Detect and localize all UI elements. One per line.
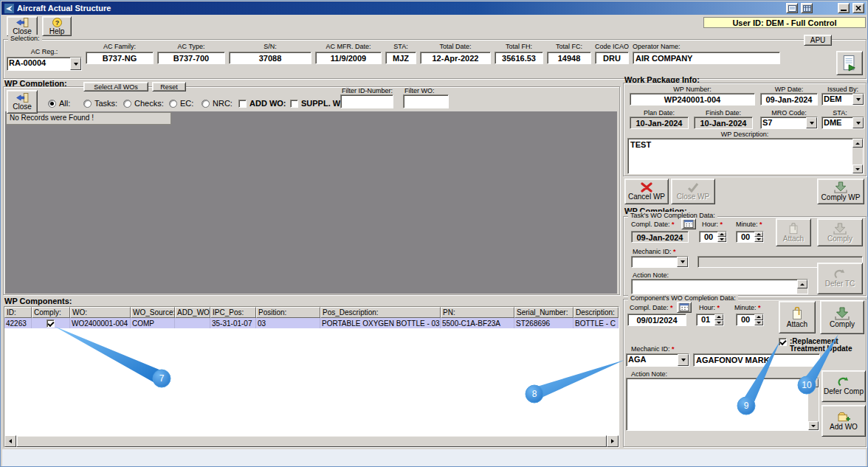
scroll-up-button[interactable] <box>797 280 807 288</box>
close-button[interactable]: Close <box>7 16 38 36</box>
suppl-wo-checkbox-icon[interactable] <box>290 100 298 108</box>
add-wo-button[interactable]: Add WO <box>822 405 866 437</box>
col-header-add-wo[interactable]: ADD_WO: <box>175 307 210 318</box>
comp-mechanic-combo[interactable]: AGA <box>626 353 689 367</box>
col-header-wo-source[interactable]: WO_Source: <box>131 307 175 318</box>
minimize-button[interactable] <box>838 3 850 13</box>
minute-spin-up[interactable] <box>754 314 763 320</box>
radio-checks-icon[interactable] <box>123 100 131 108</box>
cancel-wp-button[interactable]: Cancel WP <box>624 179 669 204</box>
minute-spin-down[interactable] <box>754 237 763 242</box>
scroll-up-button[interactable] <box>808 378 819 387</box>
task-comply-button[interactable]: Comply <box>817 218 863 246</box>
scroll-left-button[interactable] <box>4 435 16 447</box>
radio-checks[interactable]: Checks: <box>123 99 164 108</box>
comp-calendar-button[interactable] <box>677 302 692 313</box>
radio-all[interactable]: All: <box>48 99 70 108</box>
hour-spin-down[interactable] <box>714 320 723 326</box>
horizontal-scrollbar[interactable] <box>4 435 619 447</box>
wp-close-button[interactable]: Close <box>7 90 38 114</box>
hour-text: Hour: <box>699 304 715 311</box>
col-header-pos-description[interactable]: Pos_Description: <box>320 307 441 318</box>
help-button[interactable]: ? Help <box>42 16 72 36</box>
task-attach-button[interactable]: Attach <box>776 218 811 246</box>
select-all-wos-button[interactable]: Select All WOs <box>83 82 148 91</box>
add-wo-checkbox[interactable]: ADD WO: <box>238 99 286 108</box>
comp-attach-button[interactable]: Attach <box>779 301 816 333</box>
col-header-description[interactable]: Description: <box>574 307 619 318</box>
radio-nrc-icon[interactable] <box>202 100 210 108</box>
task-action-note-textarea[interactable] <box>631 279 808 294</box>
scrollbar-thumb[interactable] <box>16 435 607 447</box>
col-header-position[interactable]: Position: <box>256 307 320 318</box>
hour-spin-up[interactable] <box>714 314 723 320</box>
titlebar-tool-button-1[interactable] <box>786 3 798 13</box>
comply-checkbox[interactable] <box>46 319 55 328</box>
issued-by-dropdown-button[interactable] <box>852 94 864 105</box>
radio-ec[interactable]: EC: <box>169 99 193 108</box>
replacement-checkbox[interactable]: :Replacement Treatment Update <box>779 338 867 353</box>
filter-id-input[interactable] <box>340 94 393 108</box>
filter-wo-input[interactable] <box>403 94 449 108</box>
col-header-comply[interactable]: Comply: <box>32 307 70 318</box>
col-header-serial-number[interactable]: Serial_Number: <box>514 307 574 318</box>
comply-arrow-icon <box>833 181 848 193</box>
hour-spin-down[interactable] <box>717 237 726 242</box>
scroll-down-button[interactable] <box>852 165 863 173</box>
comp-note-scrollbar[interactable] <box>808 378 819 430</box>
mro-code-combo[interactable]: S7 <box>760 117 818 129</box>
comp-minute-spinner[interactable]: 00 <box>736 314 764 326</box>
titlebar-tool-button-2[interactable] <box>801 3 813 13</box>
col-header-id[interactable]: ID: <box>4 307 32 318</box>
red-x-ic on <box>640 182 653 193</box>
apu-button[interactable]: APU <box>804 35 832 46</box>
task-minute-spinner[interactable]: 00 <box>736 231 764 243</box>
comp-compl-date-value[interactable]: 09/01/2024 <box>627 314 686 326</box>
task-mechanic-dropdown-button[interactable] <box>677 257 688 267</box>
scroll-down-button[interactable] <box>808 421 819 430</box>
task-mechanic-combo[interactable] <box>631 256 689 268</box>
col-header-ipc-pos[interactable]: IPC_Pos: <box>210 307 256 318</box>
wp-description-scrollbar[interactable] <box>852 139 863 173</box>
triangle-left-icon <box>9 439 12 443</box>
col-header-pn[interactable]: PN: <box>441 307 514 318</box>
report-button[interactable] <box>836 51 863 75</box>
task-note-scrollbar[interactable] <box>797 280 807 294</box>
comply-wp-button[interactable]: Comply WP <box>817 179 864 204</box>
radio-ec-icon[interactable] <box>169 100 177 108</box>
issued-by-combo[interactable]: DEM <box>822 93 864 105</box>
col-header-wo[interactable]: WO: <box>70 307 131 318</box>
chevron-down-icon <box>856 122 861 125</box>
comp-action-note-textarea[interactable] <box>626 378 819 431</box>
defer-comp-button[interactable]: Defer Comp <box>822 370 866 402</box>
close-wp-button[interactable]: Close WP <box>671 179 715 204</box>
ac-reg-dropdown-button[interactable] <box>70 58 81 70</box>
replacement-checkbox-icon[interactable] <box>779 338 787 346</box>
wp-sta-combo[interactable]: DME <box>822 117 864 129</box>
scroll-right-button[interactable] <box>607 435 619 447</box>
close-window-button[interactable] <box>852 3 864 13</box>
scroll-up-button[interactable] <box>852 139 863 148</box>
minute-spin-down[interactable] <box>754 320 763 326</box>
radio-tasks-icon[interactable] <box>83 100 92 108</box>
mro-code-dropdown-button[interactable] <box>806 117 817 128</box>
radio-all-icon[interactable] <box>48 100 56 108</box>
wp-sta-dropdown-button[interactable] <box>852 117 864 128</box>
comp-comply-button[interactable]: Comply <box>820 300 864 334</box>
wp-description-textarea[interactable]: TEST <box>627 138 864 174</box>
defer-tc-button[interactable]: Defer TC <box>817 263 863 294</box>
table-row[interactable]: 42263 WO2400001-004 COMP 35-31-01-07 03 … <box>4 318 619 328</box>
radio-nrc[interactable]: NRC: <box>202 99 232 108</box>
radio-tasks[interactable]: Tasks: <box>83 99 117 108</box>
ac-reg-combo[interactable]: RA-00004 <box>7 57 82 71</box>
title-bar[interactable]: Aircraft Actual Structure <box>1 1 867 15</box>
comp-hour-spinner[interactable]: 01 <box>696 314 724 326</box>
chevron-down-icon <box>74 63 78 66</box>
minute-spin-up[interactable] <box>754 232 763 237</box>
comp-mechanic-dropdown-button[interactable] <box>678 354 689 366</box>
add-wo-checkbox-icon[interactable] <box>238 100 247 108</box>
task-calendar-button[interactable] <box>681 218 696 229</box>
hour-spin-up[interactable] <box>717 232 726 237</box>
task-hour-spinner[interactable]: 00 <box>699 231 727 243</box>
reset-button[interactable]: Reset <box>152 82 186 91</box>
